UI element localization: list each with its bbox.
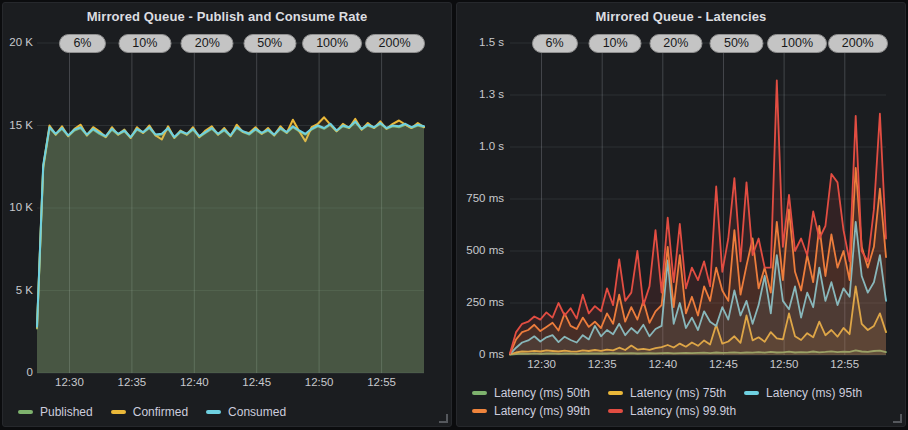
x-tick-label: 12:45 <box>709 358 738 370</box>
panel-publish-consume-rate: Mirrored Queue - Publish and Consume Rat… <box>2 2 452 427</box>
annotation-pills: 6%10%20%50%100%200% <box>37 43 424 373</box>
annotation-pill[interactable]: 6% <box>531 34 577 53</box>
legend: PublishedConfirmedConsumed <box>18 403 286 421</box>
legend-label: Latency (ms) 50th <box>494 386 590 400</box>
x-tick-label: 12:45 <box>242 376 271 388</box>
y-tick-label: 250 ms <box>457 296 504 308</box>
y-tick-label: 10 K <box>3 201 33 213</box>
annotation-pill[interactable]: 20% <box>181 34 234 53</box>
legend-label: Latency (ms) 99th <box>494 404 590 418</box>
annotation-pill[interactable]: 10% <box>118 34 171 53</box>
annotation-pills: 6%10%20%50%100%200% <box>510 43 886 355</box>
x-tick-label: 12:55 <box>367 376 396 388</box>
panel-title[interactable]: Mirrored Queue - Publish and Consume Rat… <box>3 9 451 24</box>
y-tick-label: 5 K <box>3 284 33 296</box>
y-tick-label: 750 ms <box>457 192 504 204</box>
x-axis-labels: 12:3012:3512:4012:4512:5012:55 <box>510 358 886 374</box>
annotation-pill[interactable]: 20% <box>649 34 702 53</box>
legend-item[interactable]: Latency (ms) 99th <box>472 404 590 418</box>
annotation-pill[interactable]: 100% <box>767 34 827 53</box>
panel-latencies: Mirrored Queue - Latencies 0 ms250 ms500… <box>456 2 906 427</box>
x-axis-labels: 12:3012:3512:4012:4512:5012:55 <box>37 376 424 392</box>
legend-color-dash-icon <box>744 391 759 395</box>
panel-resize-handle[interactable] <box>893 414 902 423</box>
y-tick-label: 500 ms <box>457 244 504 256</box>
legend-color-dash-icon <box>111 410 126 414</box>
x-tick-label: 12:30 <box>527 358 556 370</box>
legend-color-dash-icon <box>206 410 221 414</box>
legend-label: Latency (ms) 99.9th <box>630 404 736 418</box>
annotation-pill[interactable]: 100% <box>302 34 362 53</box>
legend-item[interactable]: Latency (ms) 75th <box>608 386 726 400</box>
legend-color-dash-icon <box>472 391 487 395</box>
legend-label: Latency (ms) 75th <box>630 386 726 400</box>
legend-color-dash-icon <box>472 409 487 413</box>
y-tick-label: 1.0 s <box>457 140 504 152</box>
legend-item[interactable]: Latency (ms) 99.9th <box>608 404 736 418</box>
legend-item[interactable]: Published <box>18 405 93 419</box>
panel-resize-handle[interactable] <box>439 414 448 423</box>
y-tick-label: 0 <box>3 366 33 378</box>
legend-label: Consumed <box>228 405 286 419</box>
annotation-pill[interactable]: 10% <box>589 34 642 53</box>
x-tick-label: 12:40 <box>648 358 677 370</box>
y-tick-label: 15 K <box>3 119 33 131</box>
legend-item[interactable]: Latency (ms) 50th <box>472 386 590 400</box>
y-axis-labels: 05 K10 K15 K20 K <box>3 43 33 373</box>
y-tick-label: 20 K <box>3 36 33 48</box>
y-axis-labels: 0 ms250 ms500 ms750 ms1.0 s1.3 s1.5 s <box>457 43 504 355</box>
annotation-pill[interactable]: 50% <box>243 34 296 53</box>
x-tick-label: 12:50 <box>770 358 799 370</box>
legend-label: Published <box>40 405 93 419</box>
x-tick-label: 12:35 <box>588 358 617 370</box>
legend-item[interactable]: Confirmed <box>111 405 188 419</box>
y-tick-label: 1.5 s <box>457 36 504 48</box>
legend-color-dash-icon <box>608 409 623 413</box>
x-tick-label: 12:50 <box>305 376 334 388</box>
legend-color-dash-icon <box>608 391 623 395</box>
annotation-pill[interactable]: 6% <box>59 34 105 53</box>
panel-title[interactable]: Mirrored Queue - Latencies <box>457 9 905 24</box>
annotation-pill[interactable]: 200% <box>365 34 425 53</box>
y-tick-label: 0 ms <box>457 348 504 360</box>
legend-item[interactable]: Consumed <box>206 405 286 419</box>
legend-color-dash-icon <box>18 410 33 414</box>
x-tick-label: 12:40 <box>180 376 209 388</box>
legend-label: Latency (ms) 95th <box>766 386 862 400</box>
legend-label: Confirmed <box>133 405 188 419</box>
annotation-pill[interactable]: 50% <box>710 34 763 53</box>
annotation-pill[interactable]: 200% <box>828 34 888 53</box>
x-tick-label: 12:55 <box>830 358 859 370</box>
y-tick-label: 1.3 s <box>457 88 504 100</box>
x-tick-label: 12:30 <box>55 376 84 388</box>
legend: Latency (ms) 50thLatency (ms) 75thLatenc… <box>472 384 862 420</box>
legend-item[interactable]: Latency (ms) 95th <box>744 386 862 400</box>
x-tick-label: 12:35 <box>117 376 146 388</box>
